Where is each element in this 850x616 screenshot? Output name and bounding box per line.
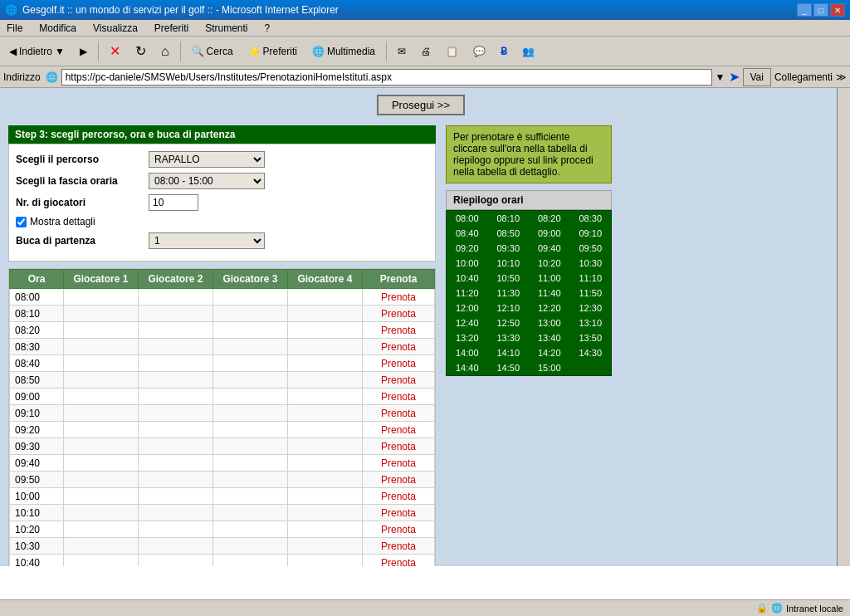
menu-help[interactable]: ? xyxy=(261,22,274,35)
orari-cell[interactable]: 14:50 xyxy=(488,360,530,375)
prenota-link[interactable]: Prenota xyxy=(362,488,434,505)
orari-cell[interactable]: 14:00 xyxy=(447,345,488,360)
bluetooth-button[interactable]: Ƀ xyxy=(495,40,513,63)
back-dropdown-icon[interactable]: ▼ xyxy=(55,46,65,57)
orari-cell[interactable]: 11:40 xyxy=(529,286,570,301)
orari-cell[interactable]: 12:50 xyxy=(488,315,530,330)
discuss-button[interactable]: 💬 xyxy=(467,40,491,63)
orari-cell[interactable]: 12:10 xyxy=(488,301,530,315)
orari-cell[interactable]: 09:50 xyxy=(570,241,612,256)
orari-cell[interactable]: 09:10 xyxy=(570,226,612,241)
orari-cell[interactable]: 13:00 xyxy=(529,315,570,330)
stop-button[interactable]: ✕ xyxy=(104,40,126,63)
orari-cell[interactable]: 09:20 xyxy=(447,241,488,256)
orari-cell[interactable]: 12:40 xyxy=(447,315,488,330)
orari-cell[interactable]: 15:00 xyxy=(529,360,570,375)
home-button[interactable]: ⌂ xyxy=(155,40,175,63)
prenota-link[interactable]: Prenota xyxy=(362,555,434,567)
refresh-button[interactable]: ↻ xyxy=(129,40,152,63)
orari-cell[interactable]: 12:30 xyxy=(570,301,612,315)
orari-cell[interactable]: 11:10 xyxy=(570,271,612,286)
orari-cell[interactable]: 14:40 xyxy=(447,360,488,375)
maximize-button[interactable]: □ xyxy=(813,3,828,17)
prenota-link[interactable]: Prenota xyxy=(362,322,434,339)
buca-select[interactable]: 1 xyxy=(149,232,265,249)
prenota-link[interactable]: Prenota xyxy=(362,405,434,422)
menu-file[interactable]: File xyxy=(3,22,26,35)
orari-cell[interactable]: 10:00 xyxy=(447,256,488,271)
orari-cell[interactable]: 09:00 xyxy=(529,226,570,241)
giocatore-4-cell xyxy=(287,339,362,355)
prenota-link[interactable]: Prenota xyxy=(362,538,434,555)
prosegui-button[interactable]: Prosegui >> xyxy=(377,95,465,115)
giocatori-input[interactable] xyxy=(149,194,198,211)
prenota-link[interactable]: Prenota xyxy=(362,472,434,488)
fascia-select[interactable]: 08:00 - 15:00 xyxy=(149,173,265,189)
prenota-link[interactable]: Prenota xyxy=(362,289,434,306)
orari-cell[interactable] xyxy=(570,360,612,375)
window-controls[interactable]: _ □ ✕ xyxy=(797,3,845,17)
scrollbar[interactable] xyxy=(837,88,850,566)
prenota-link[interactable]: Prenota xyxy=(362,422,434,438)
prenota-link[interactable]: Prenota xyxy=(362,389,434,405)
prenota-link[interactable]: Prenota xyxy=(362,521,434,538)
prenota-link[interactable]: Prenota xyxy=(362,455,434,472)
print-button[interactable]: 🖨 xyxy=(415,40,437,63)
prenota-link[interactable]: Prenota xyxy=(362,306,434,322)
orari-cell[interactable]: 13:40 xyxy=(529,330,570,345)
orari-cell[interactable]: 11:30 xyxy=(488,286,530,301)
back-button[interactable]: ◀ Indietro ▼ xyxy=(3,40,71,63)
orari-cell[interactable]: 14:10 xyxy=(488,345,530,360)
orari-cell[interactable]: 08:40 xyxy=(447,226,488,241)
edit-button[interactable]: 📋 xyxy=(440,40,464,63)
orari-cell[interactable]: 10:50 xyxy=(488,271,530,286)
address-go-arrow[interactable]: ➤ xyxy=(729,69,740,85)
orari-cell[interactable]: 09:40 xyxy=(529,241,570,256)
prenota-link[interactable]: Prenota xyxy=(362,355,434,372)
prenota-link[interactable]: Prenota xyxy=(362,339,434,355)
forward-button[interactable]: ▶ xyxy=(74,40,93,63)
mostra-checkbox[interactable] xyxy=(16,217,27,227)
orari-cell[interactable]: 13:30 xyxy=(488,330,530,345)
address-input[interactable]: https://pc-daniele/SMSWeb/Users/Institut… xyxy=(61,69,712,86)
percorso-select[interactable]: RAPALLO xyxy=(149,151,265,168)
orari-cell[interactable]: 14:30 xyxy=(570,345,612,360)
orari-cell[interactable]: 08:30 xyxy=(570,211,612,226)
orari-cell[interactable]: 11:20 xyxy=(447,286,488,301)
orari-cell[interactable]: 12:00 xyxy=(447,301,488,315)
search-button[interactable]: 🔍 Cerca xyxy=(186,40,239,63)
close-button[interactable]: ✕ xyxy=(830,3,845,17)
orari-cell[interactable]: 08:00 xyxy=(447,211,488,226)
orari-cell[interactable]: 11:50 xyxy=(570,286,612,301)
menu-modifica[interactable]: Modifica xyxy=(36,22,80,35)
prenota-link[interactable]: Prenota xyxy=(362,372,434,389)
orari-cell[interactable]: 10:40 xyxy=(447,271,488,286)
orari-cell[interactable]: 13:20 xyxy=(447,330,488,345)
user-button[interactable]: 👥 xyxy=(516,40,540,63)
links-expand-icon[interactable]: ≫ xyxy=(836,71,847,83)
menu-strumenti[interactable]: Strumenti xyxy=(202,22,251,35)
address-dropdown-icon[interactable]: ▼ xyxy=(716,71,725,83)
favorites-button[interactable]: ⭐ Preferiti xyxy=(242,40,303,63)
go-button[interactable]: Vai xyxy=(743,68,771,86)
orari-cell[interactable]: 10:30 xyxy=(570,256,612,271)
orari-cell[interactable]: 08:50 xyxy=(488,226,530,241)
orari-cell[interactable]: 09:30 xyxy=(488,241,530,256)
mail-button[interactable]: ✉ xyxy=(392,40,412,63)
orari-cell[interactable]: 11:00 xyxy=(529,271,570,286)
orari-cell[interactable]: 13:50 xyxy=(570,330,612,345)
orari-cell[interactable]: 10:20 xyxy=(529,256,570,271)
prenota-link[interactable]: Prenota xyxy=(362,505,434,521)
prenota-link[interactable]: Prenota xyxy=(362,438,434,455)
menu-preferiti[interactable]: Preferiti xyxy=(151,22,192,35)
multimedia-button[interactable]: 🌐 Multimedia xyxy=(306,40,381,63)
links-label[interactable]: Collegamenti xyxy=(774,71,833,83)
orari-cell[interactable]: 08:20 xyxy=(529,211,570,226)
orari-cell[interactable]: 14:20 xyxy=(529,345,570,360)
orari-cell[interactable]: 13:10 xyxy=(570,315,612,330)
orari-cell[interactable]: 08:10 xyxy=(488,211,530,226)
orari-cell[interactable]: 10:10 xyxy=(488,256,530,271)
orari-cell[interactable]: 12:20 xyxy=(529,301,570,315)
minimize-button[interactable]: _ xyxy=(797,3,812,17)
menu-visualizza[interactable]: Visualizza xyxy=(90,22,141,35)
